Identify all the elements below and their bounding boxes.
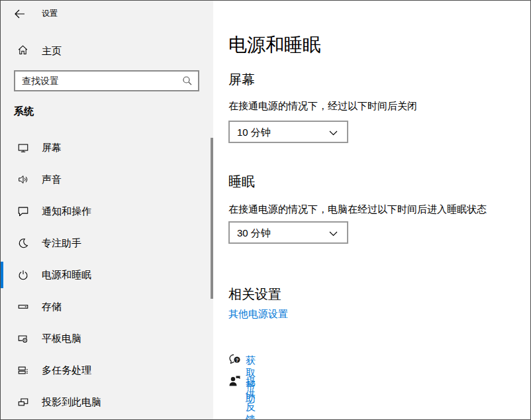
- tablet-icon: [17, 333, 29, 344]
- project-icon: [17, 396, 29, 408]
- home-icon: [17, 44, 28, 56]
- sidebar-item-label: 屏幕: [42, 142, 62, 154]
- screen-timeout-value: 10 分钟: [237, 127, 271, 139]
- sidebar-item-label: 存储: [42, 301, 62, 313]
- sidebar-item-label: 多任务处理: [42, 364, 91, 377]
- storage-icon: [17, 301, 29, 313]
- sidebar-item-home[interactable]: 主页: [1, 39, 213, 62]
- get-help-icon: ?: [228, 354, 242, 366]
- power-icon: [17, 269, 29, 281]
- sleep-timeout-description: 在接通电源的情况下，电脑在经过以下时间后进入睡眠状态: [228, 203, 487, 216]
- feedback-icon: [228, 375, 242, 387]
- related-settings-heading: 相关设置: [228, 286, 281, 303]
- chevron-down-icon: [329, 231, 338, 236]
- titlebar: 设置: [1, 1, 213, 27]
- notifications-icon: [17, 205, 29, 217]
- sidebar-item-multitasking[interactable]: 多任务处理: [1, 357, 213, 384]
- screen-timeout-select[interactable]: 10 分钟: [228, 121, 348, 143]
- sidebar-section-system: 系统: [14, 105, 34, 118]
- sidebar-item-focus-assist[interactable]: 专注助手: [1, 230, 213, 256]
- search-icon[interactable]: [182, 76, 193, 86]
- main-content: 电源和睡眠 屏幕 在接通电源的情况下，经过以下时间后关闭 10 分钟 睡眠 在接…: [213, 1, 530, 419]
- sidebar-item-power-sleep[interactable]: 电源和睡眠: [1, 262, 213, 288]
- sidebar-item-label: 电源和睡眠: [42, 269, 91, 282]
- sidebar-item-notifications[interactable]: 通知和操作: [1, 198, 213, 225]
- sidebar-item-label: 平板电脑: [42, 333, 81, 345]
- sidebar-item-label: 专注助手: [42, 237, 81, 250]
- svg-text:?: ?: [236, 357, 239, 363]
- focus-assist-icon: [17, 237, 29, 249]
- sleep-timeout-value: 30 分钟: [237, 227, 271, 240]
- sidebar-item-label: 主页: [42, 45, 62, 58]
- sound-icon: [17, 174, 29, 185]
- sleep-timeout-select[interactable]: 30 分钟: [228, 221, 348, 244]
- section-heading-sleep: 睡眠: [228, 173, 255, 191]
- chevron-down-icon: [329, 131, 338, 136]
- page-title: 电源和睡眠: [228, 32, 321, 58]
- settings-window: 设置 主页 系统 屏幕 声音: [0, 0, 531, 420]
- display-icon: [17, 142, 29, 154]
- additional-power-settings-link[interactable]: 其他电源设置: [228, 308, 288, 321]
- give-feedback-label: 提供反馈: [246, 376, 256, 420]
- section-heading-screen: 屏幕: [228, 71, 255, 89]
- sidebar-item-display[interactable]: 屏幕: [1, 134, 213, 161]
- search-input[interactable]: [15, 72, 198, 90]
- sidebar-item-tablet[interactable]: 平板电脑: [1, 325, 213, 352]
- sidebar-item-label: 投影到此电脑: [42, 396, 101, 409]
- screen-timeout-description: 在接通电源的情况下，经过以下时间后关闭: [228, 100, 417, 113]
- back-arrow-icon: [14, 9, 25, 19]
- sidebar-item-projecting[interactable]: 投影到此电脑: [1, 389, 213, 415]
- back-button[interactable]: [9, 3, 30, 25]
- search-box: [14, 70, 199, 91]
- window-title: 设置: [42, 8, 58, 19]
- sidebar-item-label: 声音: [42, 174, 62, 186]
- sidebar-item-sound[interactable]: 声音: [1, 166, 213, 193]
- sidebar-item-label: 通知和操作: [42, 205, 91, 218]
- multitasking-icon: [17, 364, 29, 376]
- sidebar: 设置 主页 系统 屏幕 声音: [1, 1, 213, 419]
- sidebar-item-storage[interactable]: 存储: [1, 293, 213, 320]
